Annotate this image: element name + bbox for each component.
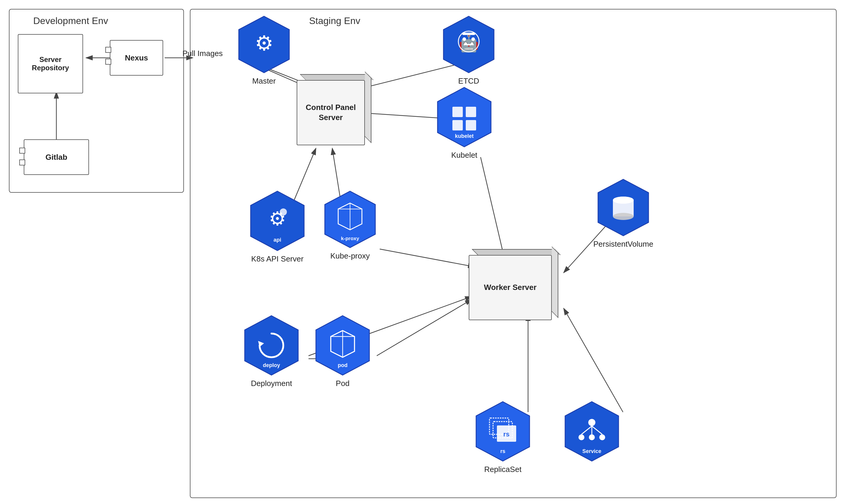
- nexus-label: Nexus: [125, 53, 148, 62]
- server-repository-box: ServerRepository: [18, 34, 83, 93]
- pull-images-label: Pull Images: [182, 49, 223, 58]
- persistent-volume-label: PersistentVolume: [593, 239, 653, 249]
- svg-rect-26: [464, 44, 474, 46]
- svg-point-47: [613, 197, 634, 204]
- svg-point-25: [471, 37, 475, 41]
- kubelet-label: Kubelet: [451, 150, 477, 160]
- worker-server-label: Worker Server: [484, 283, 536, 293]
- control-panel-label: Control PanelServer: [306, 103, 356, 123]
- svg-text:🤖: 🤖: [459, 34, 479, 53]
- gitlab-label: Gitlab: [46, 153, 67, 162]
- gitlab-connector-left: [19, 148, 25, 154]
- pod-label: Pod: [336, 379, 349, 388]
- svg-point-64: [578, 434, 585, 440]
- svg-text:Service: Service: [583, 448, 601, 454]
- kube-proxy-icon: k-proxy Kube-proxy: [323, 190, 377, 260]
- svg-text:rs: rs: [503, 431, 510, 438]
- svg-rect-27: [462, 33, 475, 35]
- etcd-icon: 🤖 ETCD: [442, 15, 495, 86]
- kube-proxy-label: Kube-proxy: [330, 251, 370, 260]
- k8s-api-icon: ⚙ api K8s API Server: [249, 190, 306, 264]
- master-icon: ⚙ Master: [237, 15, 291, 86]
- worker-server: Worker Server: [469, 255, 552, 320]
- dev-env-label: Development Env: [33, 15, 108, 26]
- svg-text:k-proxy: k-proxy: [341, 236, 359, 241]
- control-panel-server: Control PanelServer: [297, 80, 365, 145]
- svg-point-63: [588, 419, 595, 426]
- replicaset-label: ReplicaSet: [484, 465, 522, 474]
- svg-point-66: [599, 434, 605, 440]
- svg-text:api: api: [274, 237, 281, 243]
- gitlab-box: Gitlab: [24, 139, 89, 175]
- replicaset-icon: rs rs ReplicaSet: [475, 400, 531, 474]
- svg-rect-31: [452, 120, 463, 130]
- svg-point-65: [589, 434, 595, 440]
- server-repo-label: ServerRepository: [32, 55, 69, 72]
- staging-env-label: Staging Env: [309, 15, 361, 26]
- persistent-volume-icon: PersistentVolume: [593, 178, 653, 249]
- svg-point-24: [463, 37, 466, 41]
- svg-text:pod: pod: [338, 362, 348, 368]
- diagram: Development Env ServerRepository Nexus G…: [0, 0, 852, 504]
- connector-sq-top: [105, 47, 111, 53]
- svg-point-46: [613, 213, 634, 220]
- deployment-icon: deploy Deployment: [243, 314, 300, 388]
- svg-rect-29: [452, 107, 463, 117]
- pod-icon: pod Pod: [314, 314, 371, 388]
- etcd-label: ETCD: [458, 76, 480, 86]
- svg-text:kubelet: kubelet: [455, 133, 473, 139]
- k8s-api-label: K8s API Server: [251, 254, 303, 264]
- gitlab-connector-right: [19, 160, 25, 165]
- svg-text:deploy: deploy: [263, 362, 280, 368]
- connector-sq-bottom: [105, 59, 111, 65]
- master-label: Master: [252, 76, 276, 86]
- kubelet-icon: kubelet Kubelet: [436, 86, 492, 160]
- deployment-label: Deployment: [251, 379, 292, 388]
- svg-rect-30: [466, 107, 476, 117]
- service-icon: Service Service: [564, 400, 620, 463]
- svg-text:⚙: ⚙: [255, 32, 274, 55]
- svg-rect-32: [466, 120, 476, 130]
- svg-text:rs: rs: [500, 448, 505, 454]
- nexus-box: Nexus: [110, 40, 163, 76]
- svg-point-36: [280, 209, 287, 216]
